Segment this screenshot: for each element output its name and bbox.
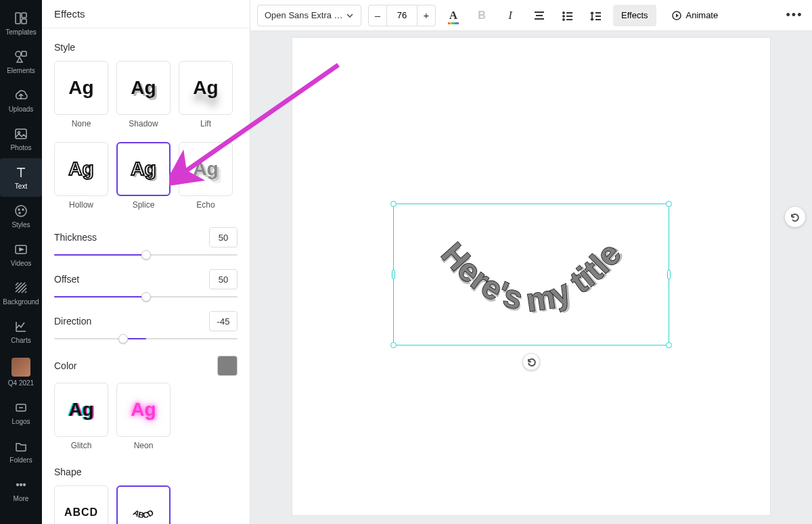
svg-rect-5: [16, 129, 26, 139]
style-tiles-row-1: AgNone AgShadow AgLift: [54, 61, 238, 138]
svg-point-13: [17, 484, 19, 486]
list-icon: [561, 9, 573, 22]
style-tile-splice[interactable]: Ag: [116, 142, 171, 196]
slider-thumb[interactable]: [141, 292, 151, 302]
font-size-stepper: – 76 +: [368, 5, 436, 26]
thickness-slider[interactable]: [54, 249, 238, 261]
shape-tile-curve[interactable]: ABCD: [116, 485, 171, 524]
more-options-button[interactable]: •••: [784, 5, 805, 26]
resize-handle-e[interactable]: [667, 270, 671, 279]
slider-thumb[interactable]: [141, 250, 151, 260]
resize-handle-nw[interactable]: [390, 201, 397, 207]
slider-thumb[interactable]: [118, 334, 128, 343]
direction-slider[interactable]: [54, 333, 238, 345]
rail-logos[interactable]: Logos: [0, 394, 42, 432]
rail-photos[interactable]: Photos: [0, 120, 42, 158]
font-name: Open Sans Extra …: [265, 10, 343, 20]
rail-charts[interactable]: Charts: [0, 312, 42, 351]
spacing-button[interactable]: [585, 5, 606, 26]
thickness-input[interactable]: [209, 227, 238, 247]
rail-label: Styles: [12, 221, 30, 229]
tile-label: Hollow: [69, 200, 93, 210]
styles-icon: [14, 204, 28, 218]
rail-user-folder[interactable]: Q4 2021: [0, 351, 42, 394]
style-tile-none[interactable]: Ag: [54, 61, 108, 115]
rail-elements[interactable]: Elements: [0, 43, 42, 81]
offset-input[interactable]: [209, 269, 238, 289]
rail-folders[interactable]: Folders: [0, 432, 42, 471]
svg-point-15: [24, 484, 26, 486]
rail-styles[interactable]: Styles: [0, 197, 42, 235]
resize-handle-se[interactable]: [666, 342, 672, 348]
avatar-icon: [12, 358, 30, 377]
resize-handle-sw[interactable]: [390, 342, 397, 348]
font-size-value[interactable]: 76: [387, 5, 417, 26]
rail-label: Background: [3, 298, 39, 306]
rail-videos[interactable]: Videos: [0, 235, 42, 274]
svg-point-3: [16, 51, 21, 57]
tile-label: Lift: [200, 119, 211, 128]
rail-label: Q4 2021: [8, 379, 34, 387]
shape-tile-none[interactable]: ABCD: [54, 485, 108, 524]
direction-input[interactable]: [209, 311, 238, 331]
style-tile-glitch[interactable]: Ag: [54, 383, 108, 437]
text-color-button[interactable]: A: [443, 5, 464, 26]
shape-tiles: ABCDNone ABCD Curve: [54, 485, 238, 524]
rail-background[interactable]: Background: [0, 274, 42, 312]
canvas-reset-button[interactable]: [785, 207, 805, 227]
selection-bounding-box[interactable]: [393, 204, 669, 346]
rail-uploads[interactable]: Uploads: [0, 81, 42, 120]
rotate-icon: [526, 357, 536, 366]
param-label: Offset: [54, 274, 79, 285]
italic-icon: I: [508, 9, 512, 22]
left-nav-rail: Templates Elements Uploads Photos Text S…: [0, 0, 42, 524]
style-tile-echo[interactable]: Ag: [179, 142, 233, 196]
bold-icon: B: [478, 9, 486, 22]
page[interactable]: Here's my title Here's my title: [292, 38, 770, 515]
style-tiles-row-2: AgHollow AgSplice AgEcho: [54, 142, 238, 219]
resize-handle-ne[interactable]: [666, 201, 672, 207]
align-icon: [533, 9, 545, 22]
refresh-icon: [790, 212, 800, 222]
effects-button[interactable]: Effects: [613, 5, 656, 26]
font-size-decrease[interactable]: –: [368, 5, 387, 26]
bold-button[interactable]: B: [471, 5, 493, 26]
rail-label: Charts: [11, 337, 30, 344]
rail-label: More: [14, 495, 29, 502]
italic-button[interactable]: I: [499, 5, 521, 26]
uploads-icon: [14, 88, 28, 103]
elements-icon: [14, 49, 28, 64]
list-button[interactable]: [556, 5, 578, 26]
svg-point-19: [563, 19, 564, 20]
rail-templates[interactable]: Templates: [0, 4, 42, 43]
param-label: Thickness: [54, 232, 97, 243]
photos-icon: [14, 126, 28, 141]
shape-section-title: Shape: [54, 467, 238, 477]
style-tile-shadow[interactable]: Ag: [116, 61, 171, 115]
svg-text:ABCD: ABCD: [131, 508, 156, 521]
curve-preview-icon: ABCD: [122, 499, 165, 524]
style-tile-lift[interactable]: Ag: [179, 61, 233, 115]
font-family-select[interactable]: Open Sans Extra …: [257, 5, 361, 26]
templates-icon: [14, 11, 28, 26]
style-tile-neon[interactable]: Ag: [116, 383, 171, 437]
rail-text[interactable]: Text: [0, 158, 42, 197]
align-button[interactable]: [528, 5, 549, 26]
tile-label: Echo: [196, 200, 215, 210]
ellipsis-icon: •••: [786, 8, 803, 22]
chevron-down-icon: [346, 11, 354, 20]
style-tiles-row-3: AgGlitch AgNeon: [54, 383, 238, 460]
color-swatch[interactable]: [217, 356, 238, 376]
resize-handle-w[interactable]: [392, 270, 395, 279]
canvas-area[interactable]: Here's my title Here's my title: [250, 31, 812, 524]
logos-icon: [14, 400, 28, 415]
style-tile-hollow[interactable]: Ag: [54, 142, 108, 196]
rotate-handle[interactable]: [522, 353, 540, 371]
animate-icon: [671, 10, 682, 21]
animate-button[interactable]: Animate: [663, 5, 727, 26]
rail-more[interactable]: More: [0, 471, 42, 509]
rail-label: Folders: [9, 456, 32, 464]
offset-slider[interactable]: [54, 291, 238, 303]
font-size-increase[interactable]: +: [417, 5, 436, 26]
svg-point-10: [19, 212, 20, 214]
